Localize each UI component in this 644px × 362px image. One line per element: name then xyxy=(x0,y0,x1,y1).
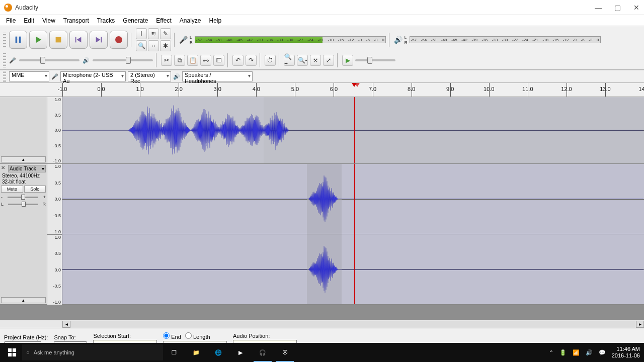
zoom-tool[interactable]: 🔍 xyxy=(136,40,147,51)
scroll-left[interactable]: ◂ xyxy=(62,321,70,328)
speaker-icon: 🔊 xyxy=(394,36,403,44)
svg-rect-10 xyxy=(13,348,16,352)
tools-grid: I ≋ ✎ 🔍 ↔ ✱ xyxy=(136,28,171,51)
menu-file[interactable]: File xyxy=(2,16,20,25)
sync-lock-button[interactable]: ⏱ xyxy=(265,55,276,66)
svg-rect-9 xyxy=(8,348,12,352)
selection-tool[interactable]: I xyxy=(136,28,147,39)
cut-button[interactable]: ✂ xyxy=(161,55,172,66)
record-volume-slider[interactable] xyxy=(19,59,79,61)
selection-start-label: Selection Start: xyxy=(93,333,157,339)
skip-start-button[interactable] xyxy=(69,31,88,49)
taskbar-chrome[interactable]: 🌐 xyxy=(207,343,229,362)
taskbar-audacity[interactable]: 🎧 xyxy=(252,343,274,362)
record-meter[interactable]: -57-54-51-48-45-42-39-36-33-30-27-24-21-… xyxy=(195,36,386,43)
tray-up-icon[interactable]: ⌃ xyxy=(549,349,553,356)
track-2-waveform-right[interactable] xyxy=(62,234,644,304)
skip-end-button[interactable] xyxy=(90,31,108,49)
fit-project-button[interactable]: ⤢ xyxy=(323,55,334,66)
paste-button[interactable]: 📋 xyxy=(187,55,198,66)
audio-host-select[interactable]: MME xyxy=(9,71,49,81)
svg-rect-3 xyxy=(56,37,61,43)
length-radio[interactable]: Length xyxy=(185,332,210,340)
menubar: FileEditViewTransportTracksGenerateEffec… xyxy=(0,15,644,26)
timeline-ruler[interactable]: -1.00.01.02.03.04.05.06.07.08.09.010.011… xyxy=(0,83,644,97)
track-2-collapse[interactable]: ▴ xyxy=(1,297,46,303)
tracks-area: ▴ 1.00.50.0-0.5-1.0 ✕ Audio Track▾ Stere… xyxy=(0,97,644,320)
track-2-name-dropdown[interactable]: Audio Track▾ xyxy=(8,165,46,172)
scroll-right[interactable]: ▸ xyxy=(636,321,644,328)
tray-volume-icon[interactable]: 🔊 xyxy=(586,349,593,356)
silence-button[interactable]: ⧠ xyxy=(213,55,224,66)
draw-tool[interactable]: ✎ xyxy=(160,28,171,39)
start-button[interactable] xyxy=(2,343,22,362)
track-2-gain-slider[interactable] xyxy=(8,197,38,198)
svg-rect-12 xyxy=(13,353,16,356)
h-scrollbar[interactable]: ◂ ▸ xyxy=(0,320,644,328)
track-1-waveform[interactable] xyxy=(62,97,644,163)
track-2: ✕ Audio Track▾ Stereo, 44100Hz 32-bit fl… xyxy=(0,164,644,305)
undo-button[interactable]: ↶ xyxy=(232,55,244,66)
play-button[interactable] xyxy=(29,31,47,49)
track-2-mute[interactable]: Mute xyxy=(1,186,23,193)
taskbar-clock[interactable]: 11:46 AM 2016-11-06 xyxy=(612,346,640,359)
track-2-waveform-left[interactable] xyxy=(62,164,644,234)
track-2-format1: Stereo, 44100Hz xyxy=(1,172,46,179)
taskbar-media[interactable]: ▶ xyxy=(229,343,252,362)
close-button[interactable]: ✕ xyxy=(633,4,640,11)
menu-help[interactable]: Help xyxy=(205,16,226,25)
task-view-icon[interactable]: ❐ xyxy=(163,343,185,362)
track-1-vscale: 1.00.50.0-0.5-1.0 xyxy=(47,97,62,163)
menu-transport[interactable]: Transport xyxy=(59,16,93,25)
envelope-tool[interactable]: ≋ xyxy=(148,28,159,39)
track-2-format2: 32-bit float xyxy=(1,179,46,185)
track-2-vscale-l: 1.00.50.0-0.5-1.0 xyxy=(47,164,62,234)
track-2-pan-slider[interactable] xyxy=(8,204,38,205)
windows-taskbar: ○ Ask me anything ❐ 📁 🌐 ▶ 🎧 ⦿ ⌃ 🔋 📶 🔊 💬 … xyxy=(0,343,644,362)
taskbar-recorder[interactable]: ⦿ xyxy=(274,343,296,362)
taskbar-explorer[interactable]: 📁 xyxy=(185,343,207,362)
timeshift-tool[interactable]: ↔ xyxy=(148,40,159,51)
track-2-close[interactable]: ✕ xyxy=(1,165,7,171)
track-2-solo[interactable]: Solo xyxy=(24,186,46,193)
tray-battery-icon[interactable]: 🔋 xyxy=(559,349,567,356)
menu-tracks[interactable]: Tracks xyxy=(93,16,119,25)
tray-wifi-icon[interactable]: 📶 xyxy=(573,349,580,356)
menu-view[interactable]: View xyxy=(38,16,59,25)
copy-button[interactable]: ⧉ xyxy=(174,55,185,66)
menu-effect[interactable]: Effect xyxy=(152,16,175,25)
playback-meter[interactable]: -57-54-51-48-45-42-39-36-33-30-27-24-21-… xyxy=(410,36,601,43)
menu-analyze[interactable]: Analyze xyxy=(176,16,205,25)
window-title: Audacity xyxy=(15,4,38,11)
tray-notifications-icon[interactable]: 💬 xyxy=(599,349,606,356)
maximize-button[interactable]: ▢ xyxy=(614,4,621,11)
multi-tool[interactable]: ✱ xyxy=(160,40,171,51)
record-button[interactable] xyxy=(110,31,128,49)
audio-position-label: Audio Position: xyxy=(233,333,297,339)
track-1-collapse[interactable]: ▴ xyxy=(1,156,46,162)
end-radio[interactable]: End xyxy=(163,332,181,340)
track-1-control: ▴ xyxy=(0,97,47,163)
minimize-button[interactable]: — xyxy=(595,4,602,11)
menu-edit[interactable]: Edit xyxy=(20,16,38,25)
project-rate-label: Project Rate (Hz): xyxy=(4,334,48,340)
taskbar-search[interactable]: ○ Ask me anything xyxy=(22,344,163,360)
play-speed-slider[interactable] xyxy=(355,59,395,61)
playback-device-select[interactable]: Speakers / Headphones xyxy=(182,71,253,81)
menu-generate[interactable]: Generate xyxy=(119,16,152,25)
mic-icon: 🎤 xyxy=(179,36,188,44)
svg-rect-7 xyxy=(101,37,102,43)
zoom-out-button[interactable]: 🔍- xyxy=(297,55,308,66)
playback-volume-slider[interactable] xyxy=(93,59,153,61)
record-channels-select[interactable]: 2 (Stereo) Rec xyxy=(128,71,171,81)
svg-marker-2 xyxy=(36,37,42,43)
record-device-select[interactable]: Microphone (2- USB Au xyxy=(60,71,126,81)
pause-button[interactable] xyxy=(9,31,27,49)
play-at-speed-button[interactable]: ▶ xyxy=(342,55,353,66)
fit-selection-button[interactable]: ⤧ xyxy=(310,55,321,66)
trim-button[interactable]: ⧟ xyxy=(200,55,211,66)
redo-button[interactable]: ↷ xyxy=(246,55,257,66)
zoom-in-button[interactable]: 🔍+ xyxy=(284,55,295,66)
svg-marker-5 xyxy=(76,37,81,43)
stop-button[interactable] xyxy=(49,31,67,49)
